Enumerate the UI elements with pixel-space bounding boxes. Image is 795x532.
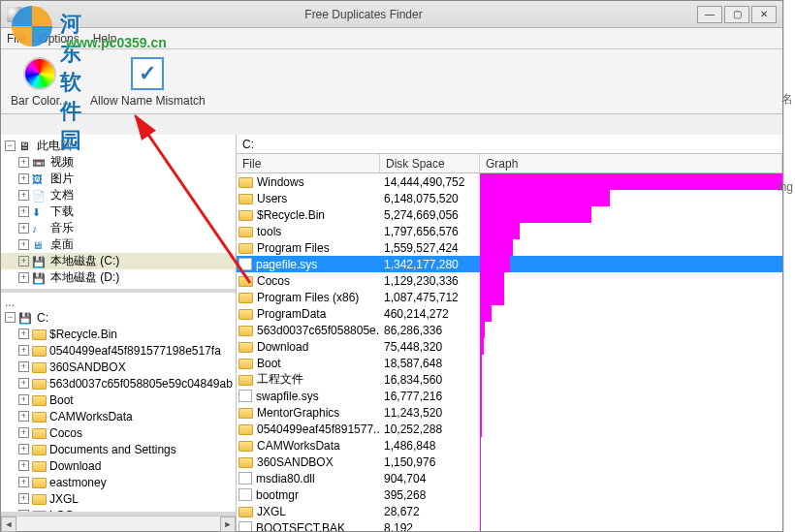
tree-label: 桌面 — [50, 236, 74, 253]
left-scrollbar[interactable]: ◄ ► — [1, 516, 236, 531]
expand-icon[interactable]: + — [18, 493, 29, 504]
list-row[interactable]: JXGL28,672 — [237, 503, 782, 519]
tree-node[interactable]: +LOG — [1, 507, 236, 516]
expand-icon[interactable]: + — [18, 394, 29, 405]
expand-icon[interactable]: + — [18, 477, 29, 487]
list-row[interactable]: 0540499eaf45f891577...10,252,288 — [237, 421, 782, 437]
tool-bar-color[interactable]: Bar Color... — [11, 57, 69, 108]
collapse-icon[interactable]: − — [5, 312, 16, 323]
expand-icon[interactable]: + — [18, 223, 29, 234]
tree-node[interactable]: +文档 — [1, 187, 236, 203]
tree-node[interactable]: +下载 — [1, 203, 236, 220]
tree-node[interactable]: +本地磁盘 (D:) — [1, 269, 236, 286]
expand-icon[interactable]: + — [18, 460, 29, 471]
tool-allow-mismatch[interactable]: Allow Name Mismatch — [90, 57, 206, 108]
expand-icon[interactable]: + — [18, 329, 29, 339]
col-header-file[interactable]: File — [237, 154, 380, 172]
drive-icon — [32, 271, 48, 284]
tree-node[interactable]: +图片 — [1, 171, 236, 187]
minimize-button[interactable]: — — [697, 6, 722, 23]
expand-icon[interactable]: + — [18, 256, 29, 266]
scroll-left-icon[interactable]: ◄ — [1, 516, 16, 532]
list-row[interactable]: Download75,448,320 — [237, 338, 782, 355]
expand-icon[interactable]: + — [18, 239, 29, 250]
tree-node[interactable]: +JXGL — [1, 490, 236, 507]
tree-node-root[interactable]: −此电脑 — [1, 138, 236, 154]
scroll-right-icon[interactable]: ► — [220, 516, 236, 532]
maximize-button[interactable]: ▢ — [724, 6, 749, 23]
menu-file[interactable]: File — [7, 32, 25, 46]
tree-node[interactable]: +360SANDBOX — [1, 359, 236, 375]
list-row[interactable]: pagefile.sys1,342,177,280 — [237, 256, 782, 272]
cell-file: swapfile.sys — [237, 390, 380, 403]
tree-node[interactable]: +桌面 — [1, 236, 236, 253]
list-row[interactable]: Cocos1,129,230,336 — [237, 272, 782, 289]
drive-icon — [32, 255, 48, 267]
collapse-icon[interactable]: − — [5, 141, 16, 151]
tree-node[interactable]: +Cocos — [1, 424, 236, 441]
expand-icon[interactable]: + — [18, 411, 29, 422]
tree-bottom[interactable]: ...−C:+$Recycle.Bin+0540499eaf45f8915771… — [1, 293, 236, 516]
menu-help[interactable]: Help — [93, 32, 117, 46]
tree-node[interactable]: +$Recycle.Bin — [1, 326, 236, 342]
close-button[interactable]: ✕ — [751, 6, 777, 23]
expand-icon[interactable]: + — [18, 272, 29, 283]
tree-node[interactable]: +音乐 — [1, 220, 236, 236]
cell-disk-space: 1,559,527,424 — [380, 241, 480, 255]
list-row[interactable]: Boot18,587,648 — [237, 355, 782, 371]
tree-label: 文档 — [50, 187, 74, 203]
file-list[interactable]: Windows14,444,490,752Users6,148,075,520$… — [237, 173, 782, 531]
tree-label: 0540499eaf45f891577198e517fa — [49, 344, 221, 358]
tree-node[interactable]: +CAMWorksData — [1, 408, 236, 424]
expand-icon[interactable]: + — [18, 173, 29, 184]
tree-label: CAMWorksData — [49, 410, 133, 423]
list-row[interactable]: Windows14,444,490,752 — [237, 173, 782, 190]
col-header-graph[interactable]: Graph — [480, 154, 782, 172]
folder-icon — [238, 194, 253, 204]
tree-node[interactable]: +Boot — [1, 391, 236, 408]
toolbar: Bar Color... Allow Name Mismatch — [1, 49, 782, 114]
list-row[interactable]: BOOTSECT.BAK8,192 — [237, 519, 782, 531]
tree-node-root[interactable]: −C: — [1, 309, 236, 326]
tree-node[interactable]: +Documents and Settings — [1, 441, 236, 457]
col-header-disk[interactable]: Disk Space — [380, 154, 480, 172]
size-bar — [480, 388, 482, 404]
expand-icon[interactable]: + — [18, 345, 29, 356]
list-row[interactable]: Users6,148,075,520 — [237, 190, 782, 206]
list-row[interactable]: Program Files (x86)1,087,475,712 — [237, 289, 782, 305]
expand-icon[interactable]: + — [18, 378, 29, 389]
list-row[interactable]: swapfile.sys16,777,216 — [237, 388, 782, 404]
expand-icon[interactable]: + — [18, 206, 29, 217]
expand-icon[interactable]: + — [18, 427, 29, 438]
expand-icon[interactable]: + — [18, 361, 29, 372]
tree-node[interactable]: +eastmoney — [1, 474, 236, 490]
list-row[interactable]: MentorGraphics11,243,520 — [237, 404, 782, 421]
tree-node[interactable]: +本地磁盘 (C:) — [1, 253, 236, 269]
list-row[interactable]: bootmgr395,268 — [237, 486, 782, 503]
expand-icon[interactable]: + — [18, 190, 29, 201]
list-row[interactable]: ProgramData460,214,272 — [237, 305, 782, 322]
list-row[interactable]: 563d0037c65f058805e...86,286,336 — [237, 322, 782, 338]
list-row[interactable]: 工程文件16,834,560 — [237, 371, 782, 388]
tree-node[interactable]: +0540499eaf45f891577198e517fa — [1, 342, 236, 359]
list-row[interactable]: msdia80.dll904,704 — [237, 470, 782, 486]
list-row[interactable]: CAMWorksData1,486,848 — [237, 437, 782, 454]
list-row[interactable]: $Recycle.Bin5,274,669,056 — [237, 206, 782, 223]
cell-graph — [480, 454, 782, 470]
expand-icon[interactable]: + — [18, 157, 29, 168]
list-row[interactable]: 360SANDBOX1,150,976 — [237, 454, 782, 470]
list-row[interactable]: Program Files1,559,527,424 — [237, 239, 782, 256]
file-name: swapfile.sys — [256, 390, 319, 403]
list-row[interactable]: tools1,797,656,576 — [237, 223, 782, 239]
expand-icon[interactable]: + — [18, 444, 29, 454]
app-icon — [7, 7, 22, 22]
cell-graph — [480, 486, 782, 503]
tree-node[interactable]: +视频 — [1, 154, 236, 171]
menu-options[interactable]: Options — [39, 32, 79, 46]
tree-node[interactable]: +563d0037c65f058805e59c04849ab — [1, 375, 236, 391]
tree-top[interactable]: −此电脑+视频+图片+文档+下载+音乐+桌面+本地磁盘 (C:)+本地磁盘 (D… — [1, 135, 236, 293]
titlebar[interactable]: Free Duplicates Finder — ▢ ✕ — [1, 1, 782, 28]
tree-node[interactable]: +Download — [1, 457, 236, 474]
file-name: 0540499eaf45f891577... — [257, 422, 380, 436]
scroll-track[interactable] — [16, 516, 220, 531]
